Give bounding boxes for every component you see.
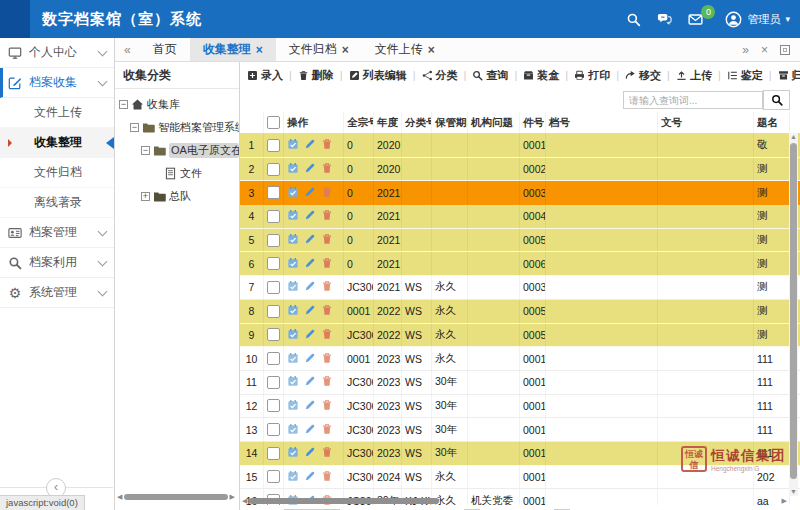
mail-icon[interactable]: 0 [688, 12, 703, 27]
column-header-操作[interactable]: 操作 [284, 112, 344, 133]
toolbar-button-print[interactable]: 打印 [574, 68, 610, 83]
row-action-edit[interactable] [304, 138, 316, 152]
scrollbar-thumb[interactable] [790, 143, 797, 479]
tab-首页[interactable]: 首页 [140, 38, 190, 61]
row-action-edit[interactable] [304, 375, 316, 389]
sidebar-item-collection-organize[interactable]: 收集整理 [0, 128, 114, 158]
toolbar-button-transfer[interactable]: 移交 [625, 68, 661, 83]
tab-文件上传[interactable]: 文件上传× [362, 38, 448, 61]
scroll-right-icon[interactable]: ▶ [782, 497, 787, 505]
row-action-view[interactable] [287, 209, 299, 223]
row-action-edit[interactable] [304, 162, 316, 176]
row-action-delete[interactable] [321, 352, 333, 366]
column-header-件号[interactable]: 件号 [520, 112, 546, 133]
row-action-delete[interactable] [321, 470, 333, 484]
row-checkbox[interactable] [267, 281, 280, 294]
row-action-view[interactable] [287, 375, 299, 389]
row-checkbox[interactable] [267, 376, 280, 389]
table-row[interactable]: 9JC3062022WS永久0005测 [240, 324, 800, 348]
row-action-view[interactable] [287, 162, 299, 176]
tree-node-收集库[interactable]: −收集库 [115, 93, 239, 116]
scroll-left-icon[interactable]: ◀ [242, 497, 247, 505]
tabs-close-icon[interactable]: × [761, 43, 768, 57]
column-header-文号[interactable]: 文号 [658, 112, 754, 133]
row-action-delete[interactable] [321, 138, 333, 152]
scroll-up-icon[interactable]: ▲ [789, 133, 798, 141]
tree-node-总队[interactable]: +总队 [115, 185, 239, 208]
search-button[interactable] [763, 90, 790, 110]
sidebar-item-file-archive[interactable]: 文件归档 [0, 158, 114, 188]
column-header-全宗号[interactable]: 全宗号 [344, 112, 374, 133]
row-action-delete[interactable] [321, 399, 333, 413]
table-row[interactable]: 15JC3062024WS永久0001202 [240, 466, 800, 490]
row-action-view[interactable] [287, 280, 299, 294]
row-action-delete[interactable] [321, 304, 333, 318]
tree-expander-icon[interactable]: − [141, 146, 150, 155]
sidebar-item-offline-catalog[interactable]: 离线著录 [0, 188, 114, 218]
row-checkbox[interactable] [267, 186, 280, 199]
toolbar-button-upload[interactable]: 上传 [676, 68, 712, 83]
row-action-delete[interactable] [321, 328, 333, 342]
toolbar-button-appraise[interactable]: 鉴定 [727, 68, 763, 83]
tree-node-OA电子原文在线归档[interactable]: −OA电子原文在线归档 [115, 139, 239, 162]
row-checkbox[interactable] [267, 139, 280, 152]
column-header-题名[interactable]: 题名 [754, 112, 790, 133]
row-action-edit[interactable] [304, 446, 316, 460]
toolbar-button-trash[interactable]: 删除 [298, 68, 334, 83]
table-row[interactable]: 13JC3062023WS30年0001111 [240, 418, 800, 442]
row-action-view[interactable] [287, 446, 299, 460]
sidebar-item-archive-collection[interactable]: 档案收集 [0, 68, 114, 98]
row-action-view[interactable] [287, 470, 299, 484]
toolbar-button-box[interactable]: 装盒 [523, 68, 559, 83]
scroll-down-icon[interactable]: ▼ [789, 488, 798, 496]
row-checkbox[interactable] [267, 305, 280, 318]
row-checkbox[interactable] [267, 352, 280, 365]
table-row[interactable]: 6020210006测 [240, 252, 800, 276]
row-action-edit[interactable] [304, 304, 316, 318]
tab-收集整理[interactable]: 收集整理× [190, 38, 276, 61]
row-action-view[interactable] [287, 186, 299, 200]
scroll-right-icon[interactable]: ▶ [230, 493, 235, 501]
row-action-delete[interactable] [321, 233, 333, 247]
tabs-scroll-right-icon[interactable]: » [742, 43, 749, 57]
sidebar-item-file-upload[interactable]: 文件上传 [0, 98, 114, 128]
row-checkbox[interactable] [267, 210, 280, 223]
column-header-保管期限[interactable]: 保管期限 [432, 112, 468, 133]
sidebar-item-personal-center[interactable]: 个人中心 [0, 38, 114, 68]
row-checkbox[interactable] [267, 328, 280, 341]
tabs-scroll-left-icon[interactable]: « [115, 43, 140, 57]
tree-node-文件[interactable]: 文件 [115, 162, 239, 185]
table-row[interactable]: 2020200002测 [240, 158, 800, 182]
row-action-view[interactable] [287, 423, 299, 437]
row-action-view[interactable] [287, 352, 299, 366]
tab-close-icon[interactable]: × [428, 43, 435, 57]
column-header-档号[interactable]: 档号 [546, 112, 658, 133]
row-action-edit[interactable] [304, 209, 316, 223]
select-all-checkbox[interactable] [267, 116, 280, 129]
scrollbar-thumb[interactable] [124, 494, 227, 500]
chat-icon[interactable] [657, 12, 672, 27]
table-row[interactable]: 4020210004测 [240, 205, 800, 229]
row-action-delete[interactable] [321, 257, 333, 271]
toolbar-button-add[interactable]: 录入 [247, 68, 283, 83]
row-checkbox[interactable] [267, 423, 280, 436]
row-action-view[interactable] [287, 399, 299, 413]
row-checkbox[interactable] [267, 234, 280, 247]
scrollbar-thumb[interactable] [249, 498, 439, 504]
tree-expander-icon[interactable]: − [119, 100, 128, 109]
row-action-view[interactable] [287, 328, 299, 342]
search-input[interactable] [623, 91, 763, 109]
vertical-scrollbar[interactable]: ▲ ▼ [789, 133, 798, 496]
row-action-edit[interactable] [304, 423, 316, 437]
column-header-年度[interactable]: 年度 [374, 112, 402, 133]
table-row[interactable]: 12JC3062023WS30年0001111 [240, 395, 800, 419]
table-row[interactable]: 14JC3062023WS30年0001111 [240, 442, 800, 466]
table-row[interactable]: 11JC3062023WS30年0001111 [240, 371, 800, 395]
row-checkbox[interactable] [267, 163, 280, 176]
tab-文件归档[interactable]: 文件归档× [276, 38, 362, 61]
toolbar-button-classify[interactable]: 分类 [422, 68, 458, 83]
sidebar-item-archive-utilization[interactable]: 档案利用 [0, 248, 114, 278]
row-action-delete[interactable] [321, 280, 333, 294]
toolbar-button-archive[interactable]: 归档 [778, 68, 800, 83]
search-icon[interactable] [626, 12, 641, 27]
